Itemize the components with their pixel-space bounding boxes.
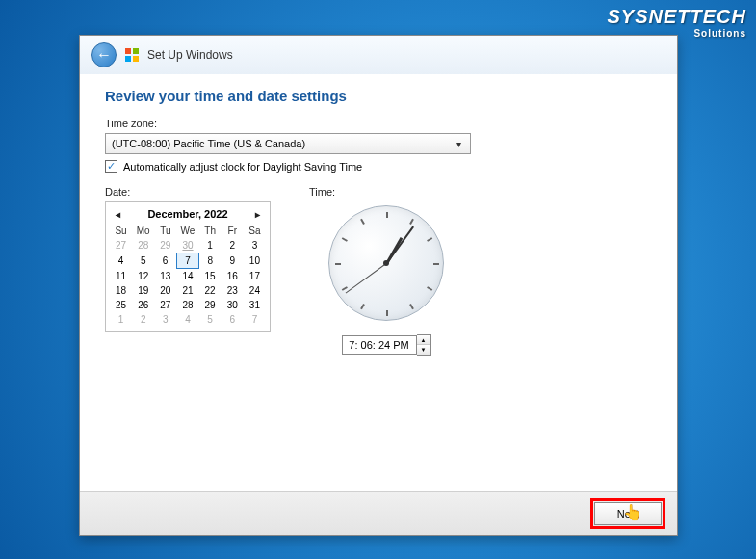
- calendar-day[interactable]: 28: [176, 298, 198, 312]
- clock-minute-hand: [385, 226, 414, 265]
- calendar-day[interactable]: 30: [176, 238, 198, 253]
- setup-window: ← Set Up Windows Review your time and da…: [79, 35, 678, 536]
- calendar-day[interactable]: 1: [110, 312, 132, 327]
- calendar-day[interactable]: 24: [244, 283, 266, 298]
- calendar-day[interactable]: 14: [176, 269, 198, 284]
- calendar-day[interactable]: 12: [132, 269, 154, 284]
- calendar-day[interactable]: 3: [154, 312, 176, 327]
- back-button[interactable]: ←: [91, 42, 117, 67]
- calendar-month: December, 2022: [147, 208, 227, 220]
- calendar-day[interactable]: 3: [244, 238, 266, 253]
- calendar-day[interactable]: 2: [132, 312, 154, 327]
- calendar-day[interactable]: 16: [222, 269, 244, 284]
- calendar-day[interactable]: 18: [110, 283, 132, 298]
- calendar-day[interactable]: 2: [222, 238, 244, 253]
- time-spinner-up[interactable]: ▲: [417, 335, 430, 345]
- timezone-label: Time zone:: [105, 118, 652, 129]
- calendar-day[interactable]: 9: [222, 253, 244, 269]
- calendar-day[interactable]: 27: [154, 298, 176, 312]
- calendar-day[interactable]: 19: [132, 283, 154, 298]
- calendar-weekday: We: [176, 224, 198, 238]
- time-label: Time:: [309, 186, 463, 198]
- chevron-down-icon: ▾: [451, 139, 466, 149]
- calendar-day[interactable]: 5: [199, 312, 222, 327]
- time-input[interactable]: [342, 335, 417, 355]
- time-input-row: ▲ ▼: [309, 334, 463, 356]
- svg-rect-0: [125, 48, 131, 54]
- calendar-day[interactable]: 27: [110, 238, 132, 253]
- calendar-weekday: Sa: [244, 224, 266, 238]
- calendar-day[interactable]: 6: [154, 253, 176, 269]
- calendar-table: SuMoTuWeThFrSa 2728293012345678910111213…: [110, 224, 266, 327]
- calendar-day[interactable]: 7: [244, 312, 266, 327]
- calendar-day[interactable]: 17: [244, 269, 266, 284]
- time-spinner: ▲ ▼: [417, 334, 431, 356]
- calendar-day[interactable]: 8: [199, 253, 222, 269]
- calendar-day[interactable]: 29: [199, 298, 222, 312]
- calendar-day[interactable]: 26: [132, 298, 154, 312]
- calendar-day[interactable]: 4: [110, 253, 132, 269]
- time-column: Time: ▲ ▼: [309, 186, 463, 356]
- calendar-header: ◂ December, 2022 ▸: [110, 206, 266, 224]
- next-button[interactable]: Next: [594, 502, 662, 525]
- calendar-day[interactable]: 7: [176, 253, 198, 269]
- window-header: ← Set Up Windows: [80, 36, 677, 74]
- calendar-day[interactable]: 28: [132, 238, 154, 253]
- dst-label: Automatically adjust clock for Daylight …: [123, 161, 362, 173]
- date-time-columns: Date: ◂ December, 2022 ▸ SuMoTuWeThFrSa …: [105, 186, 652, 356]
- watermark-title: SYSNETTECH: [608, 6, 746, 27]
- back-arrow-icon: ←: [96, 46, 112, 64]
- watermark: SYSNETTECH Solutions: [608, 6, 746, 39]
- calendar-day[interactable]: 20: [154, 283, 176, 298]
- calendar-day[interactable]: 13: [154, 269, 176, 284]
- date-column: Date: ◂ December, 2022 ▸ SuMoTuWeThFrSa …: [105, 186, 271, 356]
- calendar-weekday: Su: [110, 224, 132, 238]
- time-spinner-down[interactable]: ▼: [417, 345, 430, 355]
- calendar: ◂ December, 2022 ▸ SuMoTuWeThFrSa 272829…: [105, 201, 271, 332]
- calendar-day[interactable]: 5: [132, 253, 154, 269]
- calendar-day[interactable]: 31: [244, 298, 266, 312]
- calendar-day[interactable]: 11: [110, 269, 132, 284]
- calendar-weekday: Tu: [154, 224, 176, 238]
- calendar-day[interactable]: 1: [199, 238, 222, 253]
- dst-checkbox[interactable]: ✓: [105, 160, 117, 173]
- window-title: Set Up Windows: [147, 48, 233, 62]
- clock-center-dot: [383, 260, 389, 266]
- page-heading: Review your time and date settings: [105, 88, 652, 104]
- calendar-day[interactable]: 4: [176, 312, 198, 327]
- svg-rect-3: [133, 56, 139, 62]
- checkmark-icon: ✓: [107, 160, 116, 173]
- calendar-day[interactable]: 6: [222, 312, 244, 327]
- calendar-day[interactable]: 15: [199, 269, 222, 284]
- analog-clock: [328, 205, 444, 321]
- svg-rect-1: [133, 48, 139, 54]
- calendar-day[interactable]: 23: [222, 283, 244, 298]
- dst-checkbox-row: ✓ Automatically adjust clock for Dayligh…: [105, 160, 652, 173]
- date-label: Date:: [105, 186, 271, 198]
- calendar-prev-button[interactable]: ◂: [114, 209, 122, 220]
- svg-rect-2: [125, 56, 131, 62]
- calendar-day[interactable]: 10: [244, 253, 266, 269]
- calendar-next-button[interactable]: ▸: [253, 209, 262, 220]
- timezone-selected-value: (UTC-08:00) Pacific Time (US & Canada): [112, 138, 305, 149]
- content-area: Review your time and date settings Time …: [80, 74, 677, 491]
- calendar-day[interactable]: 29: [154, 238, 176, 253]
- windows-flag-icon: [124, 47, 140, 63]
- calendar-day[interactable]: 22: [199, 283, 222, 298]
- calendar-day[interactable]: 21: [176, 283, 198, 298]
- calendar-weekday: Mo: [132, 224, 154, 238]
- calendar-weekday: Th: [199, 224, 222, 238]
- calendar-weekday: Fr: [222, 224, 244, 238]
- timezone-select[interactable]: (UTC-08:00) Pacific Time (US & Canada) ▾: [105, 133, 471, 154]
- calendar-day[interactable]: 30: [222, 298, 244, 312]
- window-footer: Next 👆: [80, 491, 677, 535]
- calendar-day[interactable]: 25: [110, 298, 132, 312]
- clock-second-hand: [346, 263, 387, 293]
